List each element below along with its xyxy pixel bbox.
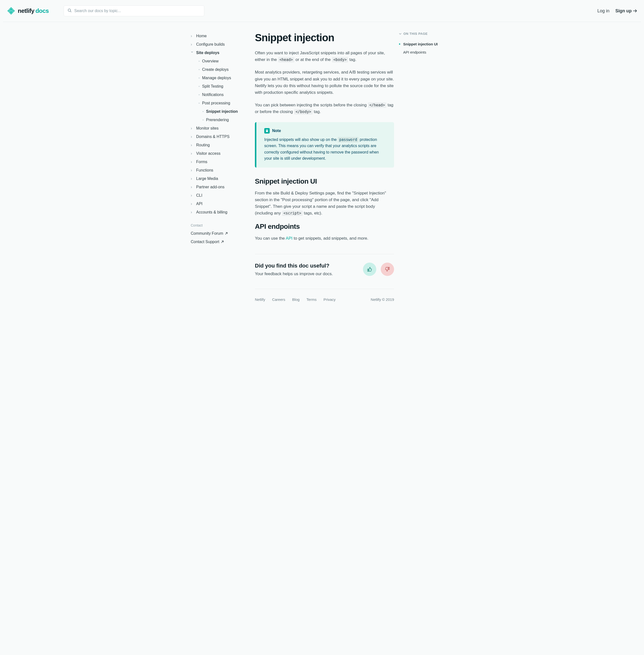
sidebar-item-label: Large Media (196, 177, 218, 181)
chevron-right-icon: › (191, 193, 194, 198)
sidebar-item-label: API (196, 202, 203, 206)
sidebar-item-functions[interactable]: ›Functions (191, 166, 250, 175)
sidebar-sub-manage-deploys[interactable]: Manage deploys (191, 74, 250, 82)
sidebar-sub-split-testing[interactable]: Split Testing (191, 82, 250, 91)
chevron-right-icon: › (191, 143, 194, 147)
dot-icon (203, 111, 204, 112)
sidebar-item-site-deploys[interactable]: › Site deploys (191, 49, 250, 57)
sidebar-item-monitor-sites[interactable]: ›Monitor sites (191, 124, 250, 133)
login-link[interactable]: Log in (597, 8, 610, 14)
sidebar-item-label: Functions (196, 168, 213, 173)
sidebar-sub-post-processing[interactable]: Post processing (191, 99, 250, 107)
contact-community-forum[interactable]: Community Forum (191, 229, 250, 238)
chevron-right-icon: › (191, 135, 194, 139)
logo[interactable]: netlify docs (7, 7, 64, 15)
dot-icon (199, 94, 200, 95)
sidebar-subsub-label: Prerendering (206, 118, 229, 122)
code-body: <body> (332, 57, 348, 63)
sidebar-item-domains-https[interactable]: ›Domains & HTTPS (191, 133, 250, 141)
code-password: password (338, 137, 359, 142)
note-title: Note (272, 129, 281, 133)
sidebar-subsub-prerendering[interactable]: Prerendering (191, 116, 250, 124)
sidebar-sub-overview[interactable]: Overview (191, 57, 250, 65)
api-link[interactable]: API (286, 236, 292, 241)
chevron-right-icon: › (191, 151, 194, 156)
sidebar-item-api[interactable]: ›API (191, 200, 250, 208)
arrow-right-icon (633, 9, 637, 13)
section-api-endpoints: API endpoints (255, 223, 394, 230)
toc-header[interactable]: ON THIS PAGE (399, 32, 453, 36)
sidebar-item-large-media[interactable]: ›Large Media (191, 175, 250, 183)
section-ui-paragraph: From the site Build & Deploy Settings pa… (255, 190, 394, 217)
sidebar-item-configure-builds[interactable]: › Configure builds (191, 40, 250, 49)
footer-link-blog[interactable]: Blog (292, 297, 300, 301)
thumbs-down-icon (385, 267, 390, 272)
sidebar-sub-label: Notifications (202, 93, 224, 97)
intro-paragraph-2: Most analytics providers, retargeting se… (255, 69, 394, 96)
sidebar-sub-label: Overview (202, 59, 218, 63)
note-callout: Note Injected snippets will also show up… (255, 122, 394, 167)
thumbs-up-button[interactable] (363, 263, 376, 276)
chevron-right-icon: › (191, 177, 194, 181)
sidebar-sub-label: Split Testing (202, 84, 223, 89)
dot-icon (199, 77, 200, 78)
dot-icon (199, 86, 200, 87)
sidebar-subsub-snippet-injection[interactable]: Snippet injection (191, 107, 250, 116)
dot-icon (199, 103, 200, 104)
sidebar-item-cli[interactable]: ›CLI (191, 191, 250, 200)
footer-link-careers[interactable]: Careers (272, 297, 285, 301)
toc-item-api-endpoints[interactable]: API endpoints (399, 48, 453, 56)
copyright: Netlify © 2019 (371, 297, 394, 301)
thumbs-up-icon (367, 267, 372, 272)
contact-support[interactable]: Contact Support (191, 238, 250, 246)
intro-paragraph-1: Often you want to inject JavaScript snip… (255, 50, 394, 63)
note-icon (264, 128, 270, 134)
svg-rect-5 (267, 130, 268, 130)
toc-header-label: ON THIS PAGE (404, 32, 428, 36)
code-head: <head> (278, 57, 294, 63)
sidebar-item-partner-addons[interactable]: ›Partner add-ons (191, 183, 250, 191)
signup-link[interactable]: Sign up (615, 8, 637, 14)
chevron-right-icon: › (191, 185, 194, 189)
sidebar-item-label: Site deploys (196, 51, 220, 55)
sidebar-item-visitor-access[interactable]: ›Visitor access (191, 149, 250, 158)
netlify-logo-icon (7, 7, 15, 15)
sidebar-item-label: Home (196, 34, 207, 38)
sidebar-item-label: Domains & HTTPS (196, 135, 229, 139)
logo-text: netlify (18, 7, 34, 14)
page-title: Snippet injection (255, 32, 394, 44)
footer-link-netlify[interactable]: Netlify (255, 297, 265, 301)
sidebar-contact-label: Contact (191, 217, 250, 229)
footer-divider (255, 289, 394, 289)
sidebar-sub-notifications[interactable]: Notifications (191, 91, 250, 99)
toc-item-snippet-injection-ui[interactable]: Snippet injection UI (399, 40, 453, 48)
search-input[interactable] (64, 5, 204, 16)
external-link-icon (221, 240, 224, 243)
chevron-down-icon (399, 32, 401, 35)
section-snippet-injection-ui: Snippet injection UI (255, 177, 394, 185)
chevron-right-icon: › (191, 160, 194, 164)
footer-link-terms[interactable]: Terms (306, 297, 317, 301)
sidebar-subsub-label: Snippet injection (206, 109, 238, 114)
chevron-right-icon: › (191, 202, 194, 206)
footer-link-privacy[interactable]: Privacy (323, 297, 336, 301)
dot-icon (399, 43, 400, 45)
chevron-right-icon: › (191, 210, 194, 214)
code-head-close: </head> (368, 103, 386, 108)
sidebar-sub-create-deploys[interactable]: Create deploys (191, 65, 250, 74)
sidebar-item-label: Accounts & billing (196, 210, 227, 214)
sidebar-item-label: CLI (196, 193, 202, 198)
external-link-icon (225, 232, 228, 235)
signup-label: Sign up (615, 8, 632, 14)
sidebar-item-accounts-billing[interactable]: ›Accounts & billing (191, 208, 250, 217)
sidebar-item-forms[interactable]: ›Forms (191, 158, 250, 166)
contact-link-label: Community Forum (191, 231, 223, 236)
sidebar-item-label: Forms (196, 160, 207, 164)
sidebar-item-label: Monitor sites (196, 126, 218, 131)
sidebar-sub-label: Post processing (202, 101, 230, 105)
sidebar-item-home[interactable]: › Home (191, 32, 250, 40)
sidebar-item-routing[interactable]: ›Routing (191, 141, 250, 149)
sidebar-item-label: Partner add-ons (196, 185, 225, 189)
thumbs-down-button[interactable] (381, 263, 394, 276)
feedback-title: Did you find this doc useful? (255, 263, 333, 269)
